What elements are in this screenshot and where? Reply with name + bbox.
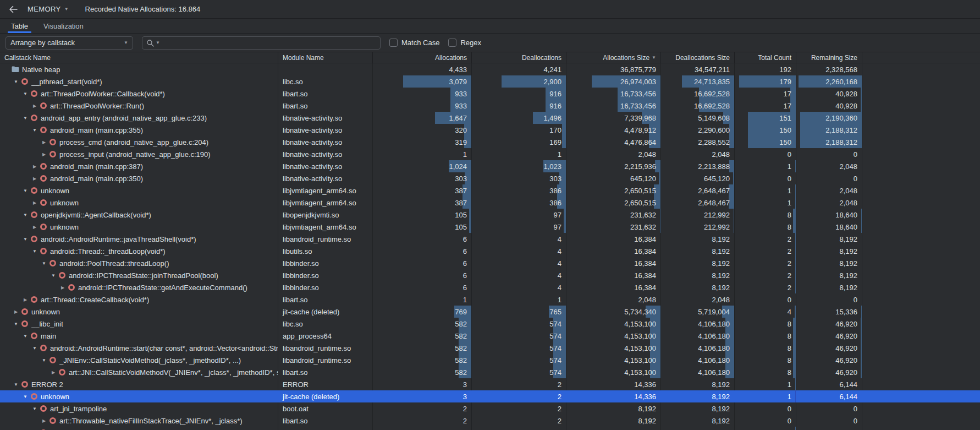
table-row[interactable]: ▼unknownlibjvmtiagent_arm64.so3873862,65… xyxy=(0,184,980,197)
table-row[interactable]: ▼openjdkjvmti::AgentCallback(void*)libop… xyxy=(0,209,980,221)
table-row[interactable]: ▼ERROR 2ERROR3214,3368,19216,144 xyxy=(0,378,980,390)
column-header-allocations-size[interactable]: Allocations Size▼ xyxy=(566,52,661,63)
allocations-size-cell: 4,153,100 xyxy=(566,330,661,342)
cell-value: 8,192 xyxy=(712,247,730,255)
module-name-cell: libbinder.so xyxy=(278,257,373,269)
table-row[interactable]: ▶process_input (android_native_app_glue.… xyxy=(0,148,980,160)
chevron-expanded-icon[interactable]: ▼ xyxy=(21,237,30,242)
table-row[interactable]: ▶unknownlibjvmtiagent_arm64.so3873862,65… xyxy=(0,197,980,209)
chevron-expanded-icon[interactable]: ▼ xyxy=(49,273,58,278)
column-header-deallocations-size[interactable]: Deallocations Size xyxy=(661,52,735,63)
chevron-expanded-icon[interactable]: ▼ xyxy=(21,213,30,217)
table-row[interactable]: ▶android::IPCThreadState::getAndExecuteC… xyxy=(0,281,980,293)
table-row[interactable]: ▶android_main (main.cpp:387)libnative-ac… xyxy=(0,160,980,172)
callstack-name: android::Thread::_threadLoop(void*) xyxy=(50,247,166,255)
table-row[interactable]: Native heap4,4334,24136,875,77934,547,21… xyxy=(0,63,980,75)
chevron-expanded-icon[interactable]: ▼ xyxy=(21,334,30,339)
chevron-collapsed-icon[interactable]: ▶ xyxy=(58,285,67,290)
tab-visualization[interactable]: Visualization xyxy=(36,19,91,33)
value-bar xyxy=(469,209,471,221)
chevron-collapsed-icon[interactable]: ▶ xyxy=(40,140,48,145)
chevron-expanded-icon[interactable]: ▼ xyxy=(21,394,30,399)
chevron-collapsed-icon[interactable]: ▶ xyxy=(30,104,39,108)
chevron-expanded-icon[interactable]: ▼ xyxy=(30,128,39,133)
chevron-collapsed-icon[interactable]: ▶ xyxy=(40,152,48,157)
deallocations-cell: 1 xyxy=(472,293,566,306)
tab-table[interactable]: Table xyxy=(3,19,36,33)
chevron-collapsed-icon[interactable]: ▶ xyxy=(12,309,20,314)
table-row[interactable]: ▼unknownjit-cache (deleted)3214,3368,192… xyxy=(0,390,980,402)
deallocations-cell: 386 xyxy=(472,184,566,197)
session-selector[interactable]: MEMORY ▼ xyxy=(25,4,71,14)
chevron-collapsed-icon[interactable]: ▶ xyxy=(21,297,30,302)
allocations-cell: 303 xyxy=(373,172,472,184)
chevron-collapsed-icon[interactable]: ▶ xyxy=(40,418,48,423)
value-bar xyxy=(861,209,862,221)
back-button[interactable] xyxy=(7,3,20,16)
table-row[interactable]: ▶art::Thread::CreateCallback(void*)libar… xyxy=(0,293,980,306)
cell-value: 4,153,100 xyxy=(624,332,656,340)
callstack-cell: ▶unknown xyxy=(0,306,278,318)
chevron-expanded-icon[interactable]: ▼ xyxy=(30,346,39,351)
table-row[interactable]: ▼art_jni_trampolineboot.oat228,1928,1920… xyxy=(0,402,980,415)
chevron-expanded-icon[interactable]: ▼ xyxy=(12,382,20,387)
callstack-cell: ▶unknown xyxy=(0,197,278,209)
chevron-collapsed-icon[interactable]: ▶ xyxy=(30,176,39,181)
cell-value: 386 xyxy=(549,199,561,207)
callstack-name: __libc_init xyxy=(31,320,63,328)
total-count-cell: 192 xyxy=(735,63,796,75)
table-row[interactable]: ▼android_main (main.cpp:355)libnative-ac… xyxy=(0,124,980,136)
table-row[interactable]: ▼android::PoolThread::threadLoop()libbin… xyxy=(0,257,980,269)
table-row[interactable]: ▶art::JNI::CallStaticVoidMethodV(_JNIEnv… xyxy=(0,366,980,378)
chevron-expanded-icon[interactable]: ▼ xyxy=(21,91,30,96)
chevron-expanded-icon[interactable]: ▼ xyxy=(40,261,48,266)
search-field[interactable]: ▼ xyxy=(142,36,381,50)
table-row[interactable]: ▼__pthread_start(void*)libc.so3,0792,900… xyxy=(0,75,980,88)
table-row[interactable]: ▼android_app_entry (android_native_app_g… xyxy=(0,112,980,124)
chevron-expanded-icon[interactable]: ▼ xyxy=(12,322,20,326)
table-row[interactable]: ▼android::AndroidRuntime::start(char con… xyxy=(0,342,980,354)
deallocations-size-cell: 34,547,211 xyxy=(661,63,735,75)
table-row[interactable]: ▶unknownjit-cache (deleted)7697655,734,3… xyxy=(0,306,980,318)
table-row[interactable]: ▶art::ThreadPoolWorker::Run()libart.so93… xyxy=(0,100,980,112)
arrange-dropdown[interactable]: Arrange by callstack ▼ xyxy=(5,36,133,50)
deallocations-size-cell: 8,192 xyxy=(661,402,735,415)
column-header-callstack-name[interactable]: Callstack Name xyxy=(0,52,278,63)
chevron-expanded-icon[interactable]: ▼ xyxy=(40,358,48,363)
chevron-expanded-icon[interactable]: ▼ xyxy=(30,249,39,254)
chevron-expanded-icon[interactable]: ▼ xyxy=(12,79,20,84)
table-row[interactable]: ▼mainapp_process645825744,153,1004,106,1… xyxy=(0,330,980,342)
column-header-allocations[interactable]: Allocations xyxy=(373,52,472,63)
table-row[interactable]: ▼android::IPCThreadState::joinThreadPool… xyxy=(0,269,980,281)
cell-value: 2,213,888 xyxy=(698,162,730,171)
callstack-name: _JNIEnv::CallStaticVoidMethod(_jclass*, … xyxy=(59,356,241,364)
search-input[interactable] xyxy=(162,37,376,48)
remaining-size-cell: 8,192 xyxy=(796,269,862,281)
column-header-remaining-size[interactable]: Remaining Size xyxy=(796,52,862,63)
column-header-deallocations[interactable]: Deallocations xyxy=(472,52,566,63)
table-row[interactable]: ▶process_cmd (android_native_app_glue.c:… xyxy=(0,136,980,148)
table-row[interactable]: ▼android::Thread::_threadLoop(void*)libu… xyxy=(0,245,980,257)
table-row[interactable]: ▼art::ThreadPoolWorker::Callback(void*)l… xyxy=(0,88,980,100)
cell-value: 3 xyxy=(463,393,467,401)
chevron-expanded-icon[interactable]: ▼ xyxy=(21,116,30,121)
chevron-expanded-icon[interactable]: ▼ xyxy=(21,188,30,193)
column-header-total-count[interactable]: Total Count xyxy=(735,52,796,63)
value-bar xyxy=(469,221,471,233)
chevron-collapsed-icon[interactable]: ▶ xyxy=(30,200,39,205)
table-row[interactable]: ▼_JNIEnv::CallStaticVoidMethod(_jclass*,… xyxy=(0,354,980,366)
table-row[interactable]: ▶unknownlibjvmtiagent_arm64.so10597231,6… xyxy=(0,221,980,233)
table-row[interactable]: ▶unknown106,144016,144 xyxy=(0,427,980,430)
sort-descending-icon: ▼ xyxy=(652,55,656,60)
table-row[interactable]: ▶art::Throwable_nativeFillInStackTrace(_… xyxy=(0,415,980,427)
table-row[interactable]: ▶android_main (main.cpp:350)libnative-ac… xyxy=(0,172,980,184)
chevron-collapsed-icon[interactable]: ▶ xyxy=(30,225,39,230)
table-row[interactable]: ▼android::AndroidRuntime::javaThreadShel… xyxy=(0,233,980,245)
chevron-collapsed-icon[interactable]: ▶ xyxy=(49,370,58,375)
table-row[interactable]: ▼__libc_initlibc.so5825744,153,1004,106,… xyxy=(0,318,980,330)
chevron-collapsed-icon[interactable]: ▶ xyxy=(30,164,39,169)
chevron-expanded-icon[interactable]: ▼ xyxy=(30,406,39,411)
match-case-checkbox[interactable]: Match Case xyxy=(389,39,439,47)
regex-checkbox[interactable]: Regex xyxy=(448,39,481,47)
column-header-module-name[interactable]: Module Name xyxy=(278,52,373,63)
